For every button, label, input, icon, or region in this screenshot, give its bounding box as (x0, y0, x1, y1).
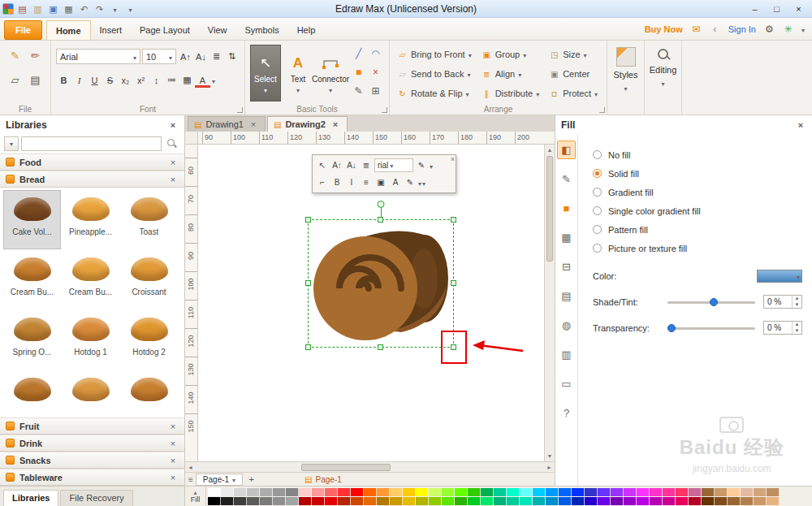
color-swatch[interactable] (520, 488, 533, 496)
select-tool-icon[interactable]: ↖ (315, 158, 330, 173)
color-swatch[interactable] (520, 497, 533, 505)
share-icon[interactable]: ‹ (709, 24, 721, 35)
color-swatch[interactable] (234, 497, 247, 505)
color-swatch[interactable] (234, 488, 247, 496)
font-size-combo[interactable]: 10 (142, 49, 176, 64)
library-item[interactable]: Cake Vol... (3, 190, 61, 249)
library-item[interactable]: Cream Bu... (3, 250, 61, 309)
library-item[interactable]: Toast (120, 190, 178, 249)
color-swatch[interactable] (663, 488, 676, 496)
color-swatch[interactable] (221, 497, 234, 505)
scroll-up-icon[interactable]: ▲ (545, 145, 555, 155)
menu-tab-file[interactable]: File (4, 20, 42, 40)
underline-button[interactable]: U (87, 72, 102, 88)
color-swatch[interactable] (572, 497, 585, 505)
option-gradient-fill[interactable]: Gradient fill (593, 183, 802, 201)
panel-tab-libraries[interactable]: Libraries (3, 490, 58, 506)
color-swatch[interactable] (455, 497, 468, 505)
color-swatch[interactable] (325, 497, 338, 505)
color-swatch[interactable] (715, 488, 728, 496)
library-item[interactable] (62, 370, 119, 417)
rotate-flip-button[interactable]: ↻ Rotate & Flip (395, 84, 476, 103)
color-swatch[interactable] (364, 488, 377, 496)
mail-icon[interactable]: ✉ (690, 24, 702, 35)
color-swatch[interactable] (416, 497, 429, 505)
color-swatch[interactable] (598, 497, 611, 505)
line-color-icon[interactable]: ✎ (403, 175, 417, 190)
grow-font-icon[interactable]: A↑ (330, 158, 344, 173)
superscript-button[interactable]: x² (133, 72, 149, 88)
color-swatch[interactable] (208, 497, 221, 505)
option-no-fill[interactable]: No fill (593, 145, 802, 164)
close-button[interactable]: × (788, 2, 810, 15)
color-swatch[interactable] (715, 497, 728, 505)
menu-tab-insert[interactable]: Insert (91, 20, 132, 40)
menu-tab-home[interactable]: Home (46, 20, 91, 40)
settings-gear-icon[interactable]: ⚙ (763, 24, 775, 35)
color-swatch[interactable] (650, 497, 663, 505)
crop-tool-icon[interactable]: ⊞ (367, 83, 384, 98)
close-icon[interactable] (330, 119, 341, 129)
selection-box[interactable] (308, 219, 454, 348)
select-tool-button[interactable]: ↖ Select (250, 45, 281, 102)
color-swatch[interactable] (351, 497, 364, 505)
color-swatch[interactable] (728, 488, 741, 496)
color-swatch[interactable] (247, 488, 260, 496)
line-tool-icon[interactable]: ╱ (350, 45, 367, 61)
vertical-scrollbar[interactable]: ▲ ▼ (544, 145, 555, 461)
spin-down-icon[interactable]: ▼ (793, 302, 801, 309)
send-to-back-button[interactable]: ▱ Send to Back (395, 64, 476, 84)
color-swatch[interactable] (429, 488, 442, 496)
color-swatch[interactable] (273, 497, 286, 505)
color-swatch[interactable] (312, 488, 325, 496)
color-swatch[interactable] (377, 488, 390, 496)
color-swatch[interactable] (741, 488, 754, 496)
erase-tool-icon[interactable]: × (367, 64, 384, 80)
menu-tab-page-layout[interactable]: Page Layout (131, 20, 199, 40)
distribute-button[interactable]: ∥ Distribute (479, 84, 543, 103)
color-swatch[interactable] (221, 488, 234, 496)
bold-icon[interactable]: B (330, 175, 344, 190)
sign-in-link[interactable]: Sign In (728, 24, 756, 34)
center-button[interactable]: ▣ Center (546, 64, 602, 84)
search-options-dropdown[interactable] (4, 136, 19, 151)
chevron-down-icon[interactable] (418, 178, 421, 188)
color-swatch[interactable] (546, 497, 559, 505)
spacing-icon[interactable]: ≡ (359, 175, 374, 190)
search-button[interactable] (164, 136, 180, 151)
collapse-ribbon-icon[interactable] (801, 24, 805, 34)
color-swatch[interactable] (299, 488, 312, 496)
color-swatch[interactable] (624, 488, 637, 496)
color-swatch[interactable] (390, 497, 403, 505)
color-swatch[interactable] (533, 488, 546, 496)
doc-tab-drawing1[interactable]: ▤ Drawing1 (188, 116, 266, 132)
option-picture-texture-fill[interactable]: Picture or texture fill (593, 239, 802, 257)
category-food[interactable]: Food (0, 154, 184, 171)
color-swatch[interactable] (429, 497, 442, 505)
layers-pane-icon[interactable]: ⊟ (557, 257, 576, 276)
color-swatch[interactable] (481, 488, 494, 496)
add-page-button[interactable]: + (245, 474, 257, 484)
color-swatch[interactable] (559, 488, 572, 496)
color-swatch[interactable] (481, 497, 494, 505)
color-swatch[interactable] (260, 497, 273, 505)
close-icon[interactable] (248, 119, 259, 129)
drawing-canvas[interactable]: ↖A↑A↓≣ rial ✎ ⌐BI≡▣A✎ (198, 145, 544, 461)
color-swatch[interactable] (403, 497, 416, 505)
fill-pane-icon[interactable]: ◧ (557, 141, 576, 159)
color-swatch[interactable] (416, 488, 429, 496)
color-swatch[interactable] (325, 488, 338, 496)
brush-icon[interactable]: ✏ (25, 45, 45, 67)
color-swatch[interactable] (351, 488, 364, 496)
group-button[interactable]: ▣ Group (479, 45, 543, 64)
color-swatch[interactable] (468, 497, 481, 505)
color-swatch[interactable] (260, 488, 273, 496)
horizontal-scrollbar[interactable]: ◄ ► (185, 461, 555, 472)
spin-up-icon[interactable]: ▲ (793, 296, 801, 302)
color-swatch[interactable] (702, 488, 715, 496)
close-icon[interactable] (167, 456, 179, 465)
decrease-font-size-icon[interactable]: A↓ (193, 49, 209, 64)
rectangle-tool-icon[interactable]: ■ (350, 64, 367, 80)
category-snacks[interactable]: Snacks (0, 452, 184, 469)
color-swatch[interactable] (494, 488, 507, 496)
